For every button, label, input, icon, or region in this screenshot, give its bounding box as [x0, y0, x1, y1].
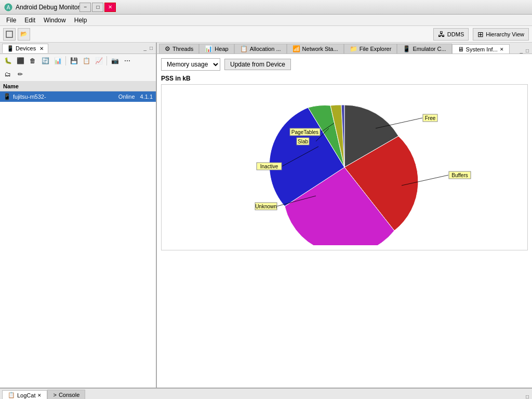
- allocation-icon: 📋: [240, 45, 248, 52]
- close-button[interactable]: ✕: [104, 3, 116, 12]
- device-icon: 📱: [3, 93, 11, 100]
- right-panel-controls: _ □: [518, 48, 530, 54]
- devices-tab[interactable]: 📱 Devices ✕: [2, 44, 48, 53]
- devices-list: Name 📱 fujitsu-m532- Online 4.1.1: [0, 82, 156, 388]
- cause-gc-btn[interactable]: 🗑: [27, 55, 38, 66]
- threads-icon: ⚙: [165, 45, 170, 52]
- file-mgr-btn[interactable]: 🗂: [2, 69, 14, 80]
- minimize-panel-btn[interactable]: _: [142, 45, 148, 51]
- logcat-tab-close[interactable]: ✕: [37, 393, 42, 398]
- devices-tab-close[interactable]: ✕: [39, 46, 44, 51]
- left-panel: 📱 Devices ✕ _ □ 🐛 ⬛ 🗑 🔄 📊 💾 📋 📈 📷 ⋯: [0, 43, 157, 388]
- svg-text:Unknown: Unknown: [255, 204, 277, 209]
- min-right-panel[interactable]: _: [518, 48, 524, 54]
- bottom-panel-controls: _ □: [518, 394, 530, 399]
- sysinfo-content: Memory usage CPU Load System Info Update…: [157, 54, 532, 388]
- toolbar-separator-2: [107, 56, 107, 65]
- logcat-icon: 📋: [8, 392, 15, 398]
- network-icon: 📶: [292, 45, 300, 52]
- heap-icon: 📊: [205, 45, 212, 52]
- tab-sysinfo[interactable]: 🖥 System Inf... ✕: [452, 44, 510, 54]
- update-threads-btn[interactable]: 🔄: [39, 55, 51, 66]
- svg-text:Slab: Slab: [298, 139, 308, 144]
- menu-bar: File Edit Window Help: [0, 15, 532, 26]
- window-controls: − □ ✕: [79, 3, 116, 12]
- menu-file[interactable]: File: [2, 16, 20, 25]
- new-btn[interactable]: [3, 28, 16, 41]
- main-toolbar: 📂 🖧 DDMS ⊞ Hierarchy View: [0, 26, 532, 43]
- file-icon: 📁: [350, 45, 357, 52]
- sysinfo-controls: Memory usage CPU Load System Info Update…: [161, 58, 528, 71]
- screenshot-btn[interactable]: 📷: [109, 55, 121, 66]
- dump-hprof-btn[interactable]: 💾: [68, 55, 79, 66]
- svg-text:A: A: [7, 5, 10, 10]
- tab-threads[interactable]: ⚙ Threads: [159, 44, 199, 54]
- update-heap-btn[interactable]: 📊: [52, 55, 63, 66]
- emulator-icon: 📱: [403, 45, 410, 52]
- right-tabs: ⚙ Threads 📊 Heap 📋 Allocation ... 📶 Netw…: [157, 43, 532, 54]
- right-panel: ⚙ Threads 📊 Heap 📋 Allocation ... 📶 Netw…: [157, 43, 532, 388]
- debug-btn[interactable]: 🐛: [2, 55, 14, 66]
- devices-icon: 📱: [7, 45, 14, 51]
- svg-text:Free: Free: [425, 115, 436, 121]
- devices-tab-bar: 📱 Devices ✕ _ □: [0, 43, 156, 54]
- open-btn[interactable]: 📂: [18, 28, 30, 41]
- app-icon: A: [4, 3, 12, 11]
- max-right-panel[interactable]: □: [525, 48, 530, 54]
- hierarchy-view-button[interactable]: ⊞ Hierarchy View: [473, 28, 529, 41]
- toolbar-right: 🖧 DDMS ⊞ Hierarchy View: [433, 28, 529, 41]
- alloc-tracker-btn[interactable]: 📋: [81, 55, 92, 66]
- tab-console[interactable]: > Console: [47, 390, 85, 399]
- panel-controls: _ □: [142, 45, 154, 51]
- hierarchy-icon: ⊞: [477, 30, 484, 38]
- update-from-device-button[interactable]: Update from Device: [224, 59, 291, 70]
- pie-chart-container: Free Buffers Unknown Inactive: [161, 84, 528, 250]
- svg-rect-2: [6, 31, 12, 37]
- min-bottom-panel[interactable]: _: [518, 394, 524, 399]
- tab-emulator[interactable]: 📱 Emulator C...: [397, 44, 451, 54]
- toolbar-separator-1: [65, 56, 66, 65]
- sysinfo-tab-close[interactable]: ✕: [500, 47, 504, 52]
- maximize-button[interactable]: □: [92, 3, 103, 12]
- pie-chart: Free Buffers Unknown Inactive: [168, 89, 521, 245]
- sysinfo-icon: 🖥: [458, 46, 464, 53]
- title-bar: A Android Debug Monitor − □ ✕: [0, 0, 532, 15]
- memory-dropdown[interactable]: Memory usage CPU Load System Info: [161, 58, 220, 71]
- minimize-button[interactable]: −: [79, 3, 91, 12]
- svg-text:PageTables: PageTables: [291, 129, 318, 135]
- max-bottom-panel[interactable]: □: [525, 394, 530, 399]
- device-row[interactable]: 📱 fujitsu-m532- Online 4.1.1: [0, 91, 156, 102]
- menu-help[interactable]: Help: [70, 16, 91, 25]
- main-area: 📱 Devices ✕ _ □ 🐛 ⬛ 🗑 🔄 📊 💾 📋 📈 📷 ⋯: [0, 43, 532, 388]
- svg-text:Inactive: Inactive: [260, 164, 278, 169]
- devices-list-header: Name: [0, 82, 156, 91]
- menu-edit[interactable]: Edit: [20, 16, 39, 25]
- tab-file-explorer[interactable]: 📁 File Explorer: [344, 44, 397, 54]
- edit-btn[interactable]: ✏: [15, 69, 26, 80]
- console-icon: >: [53, 392, 56, 398]
- menu-window[interactable]: Window: [39, 16, 70, 25]
- more-btn[interactable]: ⋯: [122, 55, 133, 66]
- stop-process-btn[interactable]: ⬛: [15, 55, 26, 66]
- ddms-button[interactable]: 🖧 DDMS: [433, 28, 469, 41]
- method-profiling-btn[interactable]: 📈: [93, 55, 104, 66]
- title-text: Android Debug Monitor: [16, 4, 79, 11]
- tab-logcat[interactable]: 📋 LogCat ✕: [2, 390, 47, 399]
- bottom-tabs: 📋 LogCat ✕ > Console _ □: [0, 389, 532, 399]
- tab-heap[interactable]: 📊 Heap: [199, 44, 234, 54]
- tab-allocation[interactable]: 📋 Allocation ...: [234, 44, 287, 54]
- svg-text:Buffers: Buffers: [451, 172, 468, 178]
- maximize-panel-btn[interactable]: □: [149, 45, 154, 51]
- tab-network[interactable]: 📶 Network Sta...: [287, 44, 344, 54]
- devices-toolbar: 🐛 ⬛ 🗑 🔄 📊 💾 📋 📈 📷 ⋯ 🗂 ✏: [0, 54, 156, 82]
- ddms-icon: 🖧: [438, 30, 445, 38]
- pss-label: PSS in kB: [161, 75, 528, 82]
- bottom-panel: 📋 LogCat ✕ > Console _ □ Saved Filters +…: [0, 388, 532, 399]
